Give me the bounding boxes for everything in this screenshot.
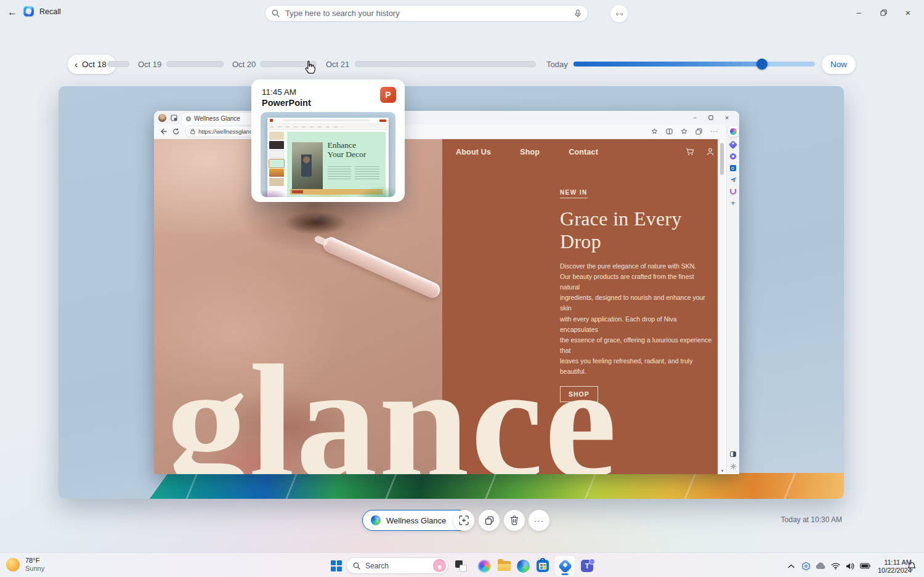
system-tray bbox=[784, 558, 872, 574]
copilot-icon bbox=[478, 560, 491, 573]
delete-button[interactable] bbox=[504, 510, 525, 531]
timeline-segment-oct19[interactable] bbox=[166, 61, 224, 67]
tab-title: Wellness Glance bbox=[194, 115, 255, 122]
day-label-oct21: Oct 21 bbox=[326, 60, 349, 69]
scroll-down-arrow[interactable]: ▾ bbox=[718, 468, 726, 474]
recall-app-window: ← Recall Type here to search your histor… bbox=[0, 0, 924, 577]
hero-panel: About Us Shop Contact NEW IN Grace in Ev… bbox=[442, 139, 726, 474]
tab-actions-icon[interactable] bbox=[171, 115, 177, 121]
timeline-segment-oct21[interactable] bbox=[355, 61, 536, 67]
taskbar-search[interactable]: Search bbox=[346, 557, 448, 574]
time-slider[interactable] bbox=[573, 62, 815, 67]
minimize-button[interactable]: – bbox=[846, 0, 871, 25]
click-to-do-button[interactable] bbox=[453, 510, 474, 531]
sidebar-add-button[interactable]: + bbox=[729, 200, 737, 207]
ppt-current-slide: Enhance Your Decor bbox=[287, 132, 386, 197]
ppt-titlebar bbox=[267, 118, 389, 124]
browser-refresh-button[interactable] bbox=[172, 128, 179, 135]
weather-widget[interactable]: 78°F Sunny bbox=[6, 557, 44, 573]
start-button[interactable] bbox=[329, 559, 344, 573]
close-button[interactable]: × bbox=[896, 0, 920, 25]
browser-minimize-button[interactable]: – bbox=[687, 111, 703, 124]
slide-photo bbox=[292, 142, 323, 190]
taskbar-edge-button[interactable] bbox=[515, 558, 531, 574]
browser-titlebar: Wellness Glance × – × bbox=[154, 111, 739, 124]
hero-copy: NEW IN Grace in Every Drop Discover the … bbox=[560, 186, 714, 402]
powerpoint-icon: P bbox=[380, 87, 396, 103]
cart-icon[interactable] bbox=[686, 148, 694, 156]
timeline-segment-oct18[interactable] bbox=[107, 61, 129, 67]
taskbar-copilot-button[interactable] bbox=[476, 558, 492, 574]
mic-button[interactable] bbox=[574, 9, 582, 18]
history-search-input[interactable]: Type here to search your history bbox=[265, 5, 588, 22]
more-actions-button[interactable]: ··· bbox=[529, 510, 549, 531]
back-button[interactable]: ← bbox=[5, 5, 20, 20]
scrollbar-thumb[interactable] bbox=[720, 143, 724, 175]
sidebar-settings-button[interactable] bbox=[729, 462, 737, 470]
sun-icon bbox=[6, 558, 20, 571]
browser-close-button[interactable]: × bbox=[719, 111, 735, 124]
teams-button[interactable]: T bbox=[579, 558, 595, 574]
copilot-icon bbox=[730, 128, 737, 135]
wifi-icon bbox=[831, 562, 840, 570]
timeline-toggle-button[interactable]: ‹··› bbox=[610, 4, 628, 23]
nav-link-about[interactable]: About Us bbox=[456, 148, 491, 156]
now-button[interactable]: Now bbox=[822, 55, 856, 74]
favorites-star-button[interactable] bbox=[681, 128, 687, 135]
new-in-label: NEW IN bbox=[560, 189, 588, 198]
sidebar-drop-button[interactable] bbox=[729, 176, 737, 184]
nav-link-contact[interactable]: Contact bbox=[569, 148, 598, 156]
timeline-segment-oct20[interactable] bbox=[260, 61, 317, 67]
ppt-ribbon bbox=[267, 124, 389, 130]
volume-tray-icon[interactable] bbox=[843, 558, 857, 574]
sidebar-outlook-button[interactable] bbox=[729, 164, 737, 172]
sidebar-shopping-button[interactable] bbox=[729, 141, 737, 148]
snapshot-preview-card: 11:45 AM PowerPoint P bbox=[251, 79, 405, 202]
file-explorer-button[interactable] bbox=[496, 558, 512, 574]
browser-window-controls: – × bbox=[687, 111, 735, 124]
task-view-button[interactable] bbox=[453, 558, 469, 574]
favorites-hub-button[interactable] bbox=[651, 128, 658, 135]
nav-link-shop[interactable]: Shop bbox=[520, 148, 540, 156]
taskbar-recall-button[interactable] bbox=[555, 556, 575, 576]
notification-bell-button[interactable] bbox=[904, 558, 919, 574]
battery-tray-icon[interactable] bbox=[857, 558, 872, 574]
slider-thumb[interactable] bbox=[756, 59, 768, 70]
app-identity: Recall bbox=[23, 6, 61, 17]
snapshot-canvas[interactable]: Wellness Glance × – × bbox=[59, 86, 844, 499]
split-screen-button[interactable] bbox=[666, 128, 673, 135]
copy-button[interactable] bbox=[479, 510, 500, 531]
bell-icon bbox=[907, 562, 916, 571]
sidebar-games-button[interactable] bbox=[729, 188, 737, 195]
toolbar-icons: ··· bbox=[651, 128, 718, 135]
security-tray-icon[interactable] bbox=[798, 558, 813, 574]
browser-maximize-button[interactable] bbox=[703, 111, 719, 124]
wifi-tray-icon[interactable] bbox=[828, 558, 843, 574]
browser-back-button[interactable] bbox=[160, 128, 167, 135]
active-app-indicator bbox=[562, 573, 569, 575]
onedrive-tray-icon[interactable] bbox=[813, 558, 828, 574]
microsoft-store-button[interactable] bbox=[535, 558, 551, 574]
slider-fill bbox=[573, 62, 762, 67]
edge-browser-window: Wellness Glance × – × bbox=[154, 111, 739, 474]
sidebar-tools-button[interactable] bbox=[729, 153, 737, 160]
u-shape-icon bbox=[730, 189, 736, 195]
browser-more-button[interactable]: ··· bbox=[710, 128, 718, 135]
restore-button[interactable] bbox=[871, 0, 896, 25]
collections-button[interactable] bbox=[695, 128, 702, 135]
bing-daily-image-icon bbox=[433, 559, 446, 572]
copilot-button[interactable] bbox=[728, 126, 739, 137]
page-scrollbar[interactable]: ▾ bbox=[718, 139, 726, 474]
desktop-wallpaper-strip bbox=[150, 473, 844, 499]
slide-text-block bbox=[328, 166, 351, 180]
shop-button[interactable]: SHOP bbox=[560, 386, 598, 402]
account-icon[interactable] bbox=[707, 148, 714, 156]
tray-expand-button[interactable] bbox=[784, 558, 798, 574]
browser-toolbar: https://wellnessglance.com ··· bbox=[154, 124, 739, 139]
profile-avatar[interactable] bbox=[158, 114, 166, 122]
back-arrow-icon: ← bbox=[7, 7, 17, 18]
timeline-toggle-icon: ‹··› bbox=[616, 10, 623, 17]
maximize-icon bbox=[708, 115, 713, 120]
toggle-sidebar-button[interactable] bbox=[729, 450, 737, 458]
preview-thumbnail[interactable]: Enhance Your Decor bbox=[261, 112, 395, 197]
